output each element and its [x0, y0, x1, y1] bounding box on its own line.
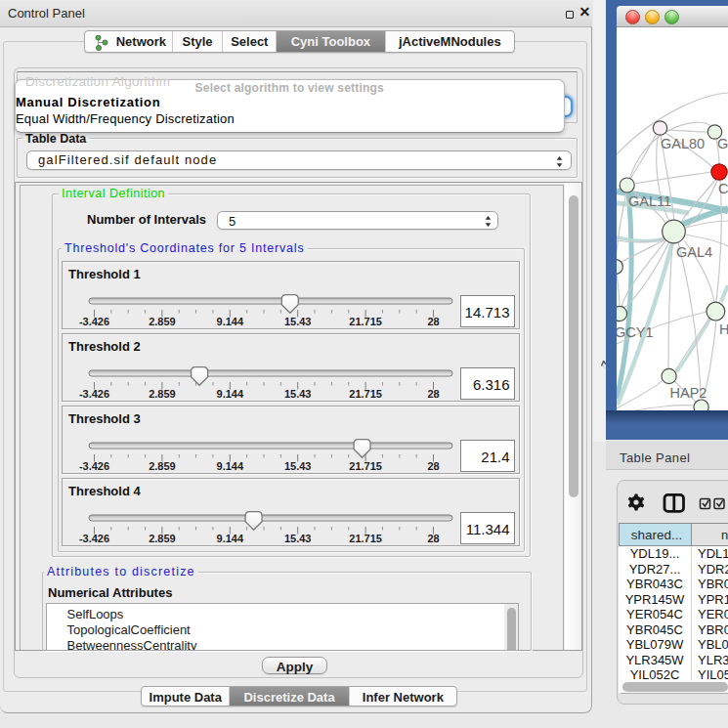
svg-text:GA: GA: [717, 136, 728, 151]
svg-text:GAL80: GAL80: [661, 136, 705, 151]
svg-text:CY: CY: [718, 181, 728, 196]
svg-text:GAL4: GAL4: [676, 244, 712, 260]
svg-text:GAL11: GAL11: [628, 193, 671, 209]
svg-text:HAP2: HAP2: [670, 385, 707, 401]
svg-text:HI: HI: [719, 321, 728, 337]
svg-text:GCY1: GCY1: [617, 324, 654, 340]
